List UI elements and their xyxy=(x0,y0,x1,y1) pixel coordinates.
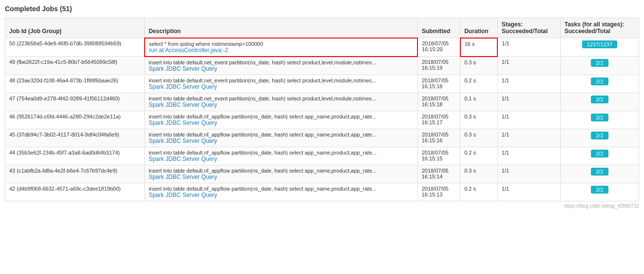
job-id-cell: 48 (23ae320d-f108-46a4-873b-1f88f6baae26… xyxy=(5,75,145,93)
desc-main-text: insert into table default.nf_appflow par… xyxy=(149,186,414,192)
desc-main-text: insert into table default.nf_appflow par… xyxy=(149,168,414,174)
tasks-badge: 2/2 xyxy=(591,168,608,176)
tasks-badge: 2/2 xyxy=(591,59,608,67)
job-id-cell: 45 (37db94c7-3b02-4117-8014-9df4c04fa6e9… xyxy=(5,129,145,147)
tasks-badge: 2/2 xyxy=(591,132,608,139)
description-cell: insert into table default.nf_appflow par… xyxy=(145,147,418,165)
submitted-cell: 2018/07/0516:15:14 xyxy=(417,165,460,183)
desc-main-text: select * from ipslog where nstimestamp>1… xyxy=(149,41,414,47)
tasks-cell: 2/2 xyxy=(560,111,639,129)
table-header-row: Job Id (Job Group) Description Submitted… xyxy=(5,18,639,38)
desc-link[interactable]: Spark JDBC Server Query xyxy=(149,192,217,198)
desc-main-text: insert into table default.nf_appflow par… xyxy=(149,132,414,137)
table-row: 46 (9526174d-c6fd-4446-a280-294c2de2e11a… xyxy=(5,111,639,129)
desc-main-text: insert into table default.net_event part… xyxy=(149,59,414,65)
submitted-cell: 2018/07/0516:15:15 xyxy=(417,147,460,165)
submitted-cell: 2018/07/0516:15:19 xyxy=(417,57,460,75)
duration-cell: 0.1 s xyxy=(460,93,498,111)
tasks-cell: 2/2 xyxy=(560,183,639,201)
col-header-description: Description xyxy=(145,18,418,38)
submitted-cell: 2018/07/0516:15:18 xyxy=(417,93,460,111)
submitted-cell: 2018/07/0516:15:18 xyxy=(417,75,460,93)
tasks-cell: 2/2 xyxy=(560,147,639,165)
duration-cell: 16 s xyxy=(460,38,498,57)
submitted-cell: 2018/07/0516:15:13 xyxy=(417,183,460,201)
completed-jobs-table: Job Id (Job Group) Description Submitted… xyxy=(5,18,639,201)
submitted-cell: 2018/07/0516:15:20 xyxy=(417,38,460,57)
stages-cell: 1/1 xyxy=(497,38,560,57)
tasks-cell: 2/2 xyxy=(560,57,639,75)
duration-cell: 0.2 s xyxy=(460,183,498,201)
table-row: 48 (23ae320d-f108-46a4-873b-1f88f6baae26… xyxy=(5,75,639,93)
desc-link[interactable]: Spark JDBC Server Query xyxy=(149,101,217,108)
job-id-cell: 42 (d4b9f068-6632-4571-a69c-c3dee1819b00… xyxy=(5,183,145,201)
stages-cell: 1/1 xyxy=(497,57,560,75)
col-header-submitted: Submitted xyxy=(417,18,460,38)
desc-main-text: insert into table default.net_event part… xyxy=(149,78,414,83)
stages-cell: 1/1 xyxy=(497,147,560,165)
description-cell: insert into table default.nf_appflow par… xyxy=(145,165,418,183)
table-row: 45 (37db94c7-3b02-4117-8014-9df4c04fa6e9… xyxy=(5,129,639,147)
desc-link[interactable]: Spark JDBC Server Query xyxy=(149,156,217,162)
description-cell: select * from ipslog where nstimestamp>1… xyxy=(145,38,418,57)
table-row: 47 (754ea0d9-e278-4f42-9289-41f56112d460… xyxy=(5,93,639,111)
tasks-badge: 2/2 xyxy=(591,186,608,194)
description-cell: insert into table default.net_event part… xyxy=(145,93,418,111)
tasks-cell: 2/2 xyxy=(560,129,639,147)
description-cell: insert into table default.nf_appflow par… xyxy=(145,111,418,129)
table-row: 44 (35b3e62f-234b-45f7-a3a8-6ad0d64b3174… xyxy=(5,147,639,165)
duration-cell: 0.3 s xyxy=(460,129,498,147)
table-row: 43 (c1abfb2a-fd8a-4e2f-b6e4-7c67b97dc4e9… xyxy=(5,165,639,183)
stages-cell: 1/1 xyxy=(497,165,560,183)
duration-cell: 0.2 s xyxy=(460,147,498,165)
tasks-cell: 2/2 xyxy=(560,165,639,183)
desc-link[interactable]: Spark JDBC Server Query xyxy=(149,137,217,144)
submitted-cell: 2018/07/0516:15:16 xyxy=(417,129,460,147)
job-id-cell: 46 (9526174d-c6fd-4446-a280-294c2de2e11a… xyxy=(5,111,145,129)
desc-link[interactable]: Spark JDBC Server Query xyxy=(149,119,217,126)
table-row: 42 (d4b9f068-6632-4571-a69c-c3dee1819b00… xyxy=(5,183,639,201)
watermark: https://blog.csdn.net/qq_40990732 xyxy=(5,203,639,209)
page-title: Completed Jobs (51) xyxy=(5,5,639,13)
table-row: 49 (fbe2622f-c19a-41c5-80b7-b5645099c58f… xyxy=(5,57,639,75)
job-id-cell: 44 (35b3e62f-234b-45f7-a3a8-6ad0d64b3174… xyxy=(5,147,145,165)
tasks-badge: 2/2 xyxy=(591,96,608,103)
tasks-badge: 2/2 xyxy=(591,150,608,157)
tasks-badge: 2/2 xyxy=(591,114,608,121)
stages-cell: 1/1 xyxy=(497,111,560,129)
duration-cell: 0.2 s xyxy=(460,75,498,93)
stages-cell: 1/1 xyxy=(497,93,560,111)
duration-cell: 0.3 s xyxy=(460,57,498,75)
desc-main-text: insert into table default.nf_appflow par… xyxy=(149,150,414,156)
stages-cell: 1/1 xyxy=(497,129,560,147)
duration-cell: 0.3 s xyxy=(460,165,498,183)
job-id-cell: 43 (c1abfb2a-fd8a-4e2f-b6e4-7c67b97dc4e9… xyxy=(5,165,145,183)
tasks-cell: 2/2 xyxy=(560,93,639,111)
desc-main-text: insert into table default.net_event part… xyxy=(149,96,414,101)
col-header-stages: Stages:Succeeded/Total xyxy=(497,18,560,38)
tasks-cell: 2/2 xyxy=(560,75,639,93)
tasks-badge: 2/2 xyxy=(591,78,608,85)
desc-link[interactable]: Spark JDBC Server Query xyxy=(149,174,217,180)
job-id-cell: 49 (fbe2622f-c19a-41c5-80b7-b5645099c58f… xyxy=(5,57,145,75)
desc-link[interactable]: Spark JDBC Server Query xyxy=(149,65,217,72)
col-header-job-id: Job Id (Job Group) xyxy=(5,18,145,38)
job-id-cell: 50 (223b58a5-4de9-46f0-b7db-398088594b59… xyxy=(5,38,145,57)
description-cell: insert into table default.nf_appflow par… xyxy=(145,129,418,147)
stages-cell: 1/1 xyxy=(497,183,560,201)
desc-link[interactable]: Spark JDBC Server Query xyxy=(149,83,217,90)
submitted-cell: 2018/07/0516:15:17 xyxy=(417,111,460,129)
desc-main-text: insert into table default.nf_appflow par… xyxy=(149,114,414,119)
job-id-cell: 47 (754ea0d9-e278-4f42-9289-41f56112d460… xyxy=(5,93,145,111)
col-header-tasks: Tasks (for all stages):Succeeded/Total xyxy=(560,18,639,38)
stages-cell: 1/1 xyxy=(497,75,560,93)
desc-link[interactable]: run at AccessController.java:-2 xyxy=(149,47,228,54)
description-cell: insert into table default.net_event part… xyxy=(145,57,418,75)
description-cell: insert into table default.net_event part… xyxy=(145,75,418,93)
table-row: 50 (223b58a5-4de9-46f0-b7db-398088594b59… xyxy=(5,38,639,57)
description-cell: insert into table default.nf_appflow par… xyxy=(145,183,418,201)
col-header-duration: Duration xyxy=(460,18,498,38)
tasks-badge: 1237/1237 xyxy=(582,40,617,48)
tasks-cell: 1237/1237 xyxy=(560,38,639,57)
duration-cell: 0.3 s xyxy=(460,111,498,129)
